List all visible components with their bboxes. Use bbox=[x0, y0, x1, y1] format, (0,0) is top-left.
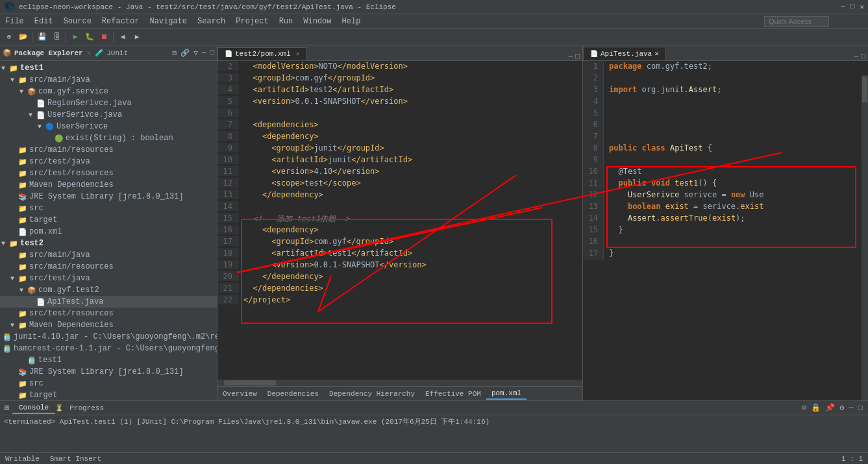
menu-window[interactable]: Window bbox=[298, 16, 336, 27]
pom-tab-pomxml[interactable]: pom.xml bbox=[486, 388, 527, 400]
tree-item-18[interactable]: 📁src/main/resources bbox=[0, 261, 217, 273]
line-number: 21 bbox=[217, 283, 238, 293]
editor-minimize-icon[interactable]: ─ bbox=[569, 53, 573, 60]
right-editor-min-icon[interactable]: ─ bbox=[854, 53, 859, 60]
tree-item-27[interactable]: 📚JRE System Library [jre1.8.0_131] bbox=[0, 366, 217, 378]
tree-item-4[interactable]: 📄RegionSerivce.java bbox=[0, 97, 217, 109]
java-line-3: 3import org.junit.Assert; bbox=[583, 84, 868, 96]
pom-scrollbar-x[interactable] bbox=[217, 380, 582, 386]
toolbar-run-btn[interactable]: ▶ bbox=[69, 31, 82, 43]
java-line-content: } bbox=[604, 248, 614, 260]
menu-source[interactable]: Source bbox=[58, 16, 97, 27]
pom-xml-editor[interactable]: 2 <modelVersion>NOTO</modelVersion>3 <gr… bbox=[217, 61, 582, 380]
tree-item-24[interactable]: 🫙junit-4.10.jar - C:\Users\guoyongfeng\.… bbox=[0, 331, 217, 343]
minimize-button[interactable]: ─ bbox=[841, 3, 845, 11]
tab-pom-close[interactable]: ✕ bbox=[296, 50, 300, 58]
tree-item-9[interactable]: 📁src/test/java bbox=[0, 156, 217, 167]
tab-progress[interactable]: Progress bbox=[63, 403, 110, 413]
toolbar-back-btn[interactable]: ◀ bbox=[116, 31, 129, 43]
package-explorer-label: Package Explorer bbox=[14, 49, 83, 57]
link-editor-icon[interactable]: 🔗 bbox=[180, 49, 190, 57]
menu-refactor[interactable]: Refactor bbox=[97, 16, 145, 27]
tree-item-2[interactable]: ▼📁src/main/java bbox=[0, 74, 217, 86]
collapse-icon[interactable]: ⊟ bbox=[173, 49, 177, 57]
toolbar-debug-btn[interactable]: 🐛 bbox=[83, 31, 96, 43]
tree-item-23[interactable]: ▼📁Maven Dependencies bbox=[0, 319, 217, 331]
apitest-editor[interactable]: 1package com.gyf.test2;23import org.juni… bbox=[583, 61, 868, 400]
tree-item-21[interactable]: 📄ApiTest.java bbox=[0, 296, 217, 308]
maximize-button[interactable]: □ bbox=[850, 3, 855, 11]
minimize-view-icon[interactable]: ─ bbox=[202, 49, 206, 57]
tab-apitest-close[interactable]: ✕ bbox=[654, 49, 659, 58]
line-number: 5 bbox=[217, 96, 238, 106]
pom-scrollbar-thumb[interactable] bbox=[224, 380, 276, 385]
pom-tab-dependencies[interactable]: Dependencies bbox=[262, 389, 324, 399]
package-explorer-tree: ▼📁test1▼📁src/main/java▼📦com.gyf.service📄… bbox=[0, 61, 217, 400]
toolbar-stop-btn[interactable]: ⏹ bbox=[97, 31, 110, 43]
console-pin-icon[interactable]: 📌 bbox=[824, 402, 836, 413]
tree-item-14[interactable]: 📁target bbox=[0, 214, 217, 226]
menu-navigate[interactable]: Navigate bbox=[144, 16, 192, 27]
folder-icon: 📁 bbox=[9, 239, 18, 248]
tree-item-8[interactable]: 📁src/main/resources bbox=[0, 144, 217, 156]
menu-edit[interactable]: Edit bbox=[29, 16, 58, 27]
menu-help[interactable]: Help bbox=[337, 16, 366, 27]
tree-label: src/main/java bbox=[29, 75, 90, 84]
tree-item-16[interactable]: ▼📁test2 bbox=[0, 238, 217, 249]
right-editor-max-icon[interactable]: □ bbox=[861, 53, 865, 60]
tree-item-10[interactable]: 📁src/test/resources bbox=[0, 167, 217, 179]
maximize-view-icon[interactable]: □ bbox=[210, 49, 214, 57]
bottom-max-icon[interactable]: □ bbox=[857, 403, 864, 413]
java-line-number: 4 bbox=[583, 96, 604, 108]
pom-tab-effective[interactable]: Effective POM bbox=[420, 389, 486, 399]
tree-item-5[interactable]: ▼📄UserSerivce.java bbox=[0, 109, 217, 121]
tree-item-28[interactable]: 📁src bbox=[0, 378, 217, 389]
tree-item-11[interactable]: 📁Maven Dependencies bbox=[0, 179, 217, 191]
quick-access-input[interactable] bbox=[764, 16, 829, 27]
tree-label: hamcrest-core-1.1.jar - C:\Users\guoyong… bbox=[14, 344, 217, 353]
tree-item-17[interactable]: 📁src/main/java bbox=[0, 249, 217, 261]
tab-console[interactable]: Console bbox=[12, 402, 55, 414]
tree-label: test2 bbox=[20, 239, 43, 248]
pom-bottom-tabs: Overview Dependencies Dependency Hierarc… bbox=[217, 386, 582, 400]
console-scroll-lock-icon[interactable]: 🔒 bbox=[810, 402, 822, 413]
toolbar-save-btn[interactable]: 💾 bbox=[36, 31, 49, 43]
tree-item-3[interactable]: ▼📦com.gyf.service bbox=[0, 86, 217, 97]
menu-search[interactable]: Search bbox=[192, 16, 230, 27]
tree-item-25[interactable]: 🫙hamcrest-core-1.1.jar - C:\Users\guoyon… bbox=[0, 343, 217, 354]
console-settings-icon[interactable]: ⚙ bbox=[838, 402, 845, 413]
console-clear-icon[interactable]: ⊘ bbox=[800, 402, 808, 413]
toolbar-new-btn[interactable]: ⊕ bbox=[3, 31, 16, 43]
tree-item-15[interactable]: 📄pom.xml bbox=[0, 226, 217, 238]
menu-project[interactable]: Project bbox=[230, 16, 273, 27]
close-button[interactable]: ✕ bbox=[860, 3, 864, 11]
editor-maximize-icon[interactable]: □ bbox=[575, 53, 580, 60]
tree-item-29[interactable]: 📁target bbox=[0, 389, 217, 400]
tree-item-20[interactable]: ▼📦com.gyf.test2 bbox=[0, 284, 217, 296]
tree-item-19[interactable]: ▼📁src/test/java bbox=[0, 273, 217, 284]
tree-item-26[interactable]: 🫙test1 bbox=[0, 354, 217, 366]
tree-item-13[interactable]: 📁src bbox=[0, 202, 217, 214]
tree-item-22[interactable]: 📁src/test/resources bbox=[0, 308, 217, 319]
line-content: <dependency> bbox=[238, 131, 582, 141]
toolbar-forward-btn[interactable]: ▶ bbox=[130, 31, 143, 43]
bottom-min-icon[interactable]: ─ bbox=[848, 403, 855, 413]
tree-item-7[interactable]: 🟢exist(String) : boolean bbox=[0, 132, 217, 144]
tree-item-1[interactable]: ▼📁test1 bbox=[0, 62, 217, 74]
right-scrollbar[interactable] bbox=[862, 75, 868, 400]
tab-apitest[interactable]: 📄 ApiTest.java ✕ bbox=[583, 47, 666, 60]
toolbar-save-all-btn[interactable]: 🗄 bbox=[50, 31, 63, 43]
view-menu-icon[interactable]: ▽ bbox=[193, 49, 198, 57]
tree-item-6[interactable]: ▼🔵UserSerivce bbox=[0, 121, 217, 132]
java-line-11: 11 public void test1() { bbox=[583, 178, 868, 189]
toolbar-open-btn[interactable]: 📂 bbox=[17, 31, 30, 43]
method-icon: 🟢 bbox=[55, 134, 64, 143]
menu-file[interactable]: File bbox=[0, 16, 29, 27]
pom-tab-overview[interactable]: Overview bbox=[217, 389, 262, 399]
java-line-content: import org.junit.Assert; bbox=[604, 84, 721, 96]
menu-run[interactable]: Run bbox=[274, 16, 299, 27]
pom-tab-hierarchy[interactable]: Dependency Hierarchy bbox=[324, 389, 420, 399]
right-scrollbar-thumb[interactable] bbox=[862, 77, 867, 103]
tab-pom-xml[interactable]: 📄 test2/pom.xml ✕ bbox=[217, 47, 307, 60]
tree-item-12[interactable]: 📚JRE System Library [jre1.8.0_131] bbox=[0, 191, 217, 202]
